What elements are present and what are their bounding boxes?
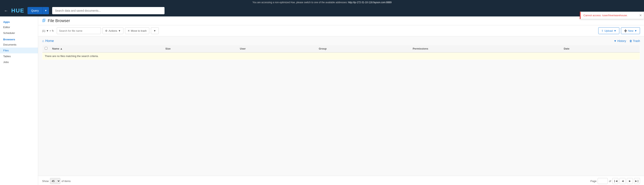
user-column-header: User bbox=[238, 45, 316, 52]
query-main-button[interactable]: Query bbox=[28, 7, 42, 14]
new-plus-icon: ➕ bbox=[624, 29, 627, 32]
filter-sort-icon: ▼ bbox=[46, 29, 49, 32]
banner-text: You are accessing a non-optimized Hue, p… bbox=[252, 1, 348, 4]
actions-gear-icon: ⚙ bbox=[105, 29, 108, 32]
sidebar-item-files-label: Files bbox=[3, 49, 9, 52]
query-button-group: Query ▼ bbox=[28, 7, 49, 14]
new-chevron-icon: ▼ bbox=[634, 29, 637, 32]
error-message: Cannot access: /user/hive/warehouse. bbox=[584, 14, 628, 17]
home-link[interactable]: ⌂ Home bbox=[42, 39, 54, 43]
next-page-button[interactable]: ▶ bbox=[627, 178, 633, 184]
permissions-col-label: Permissions bbox=[413, 47, 428, 50]
sidebar-item-tables-label: Tables bbox=[3, 55, 11, 58]
query-dropdown-button[interactable]: ▼ bbox=[42, 7, 49, 14]
sidebar-item-editor-label: Editor bbox=[3, 26, 10, 29]
toolbar: (1) ▼ + ↻ ⚙ Actions ▼ ✕ Move to trash ▼ … bbox=[38, 25, 644, 36]
new-button[interactable]: ➕ New ▼ bbox=[621, 27, 640, 34]
date-column-header: Date bbox=[561, 45, 640, 52]
sidebar-item-documents[interactable]: Documents bbox=[0, 42, 38, 48]
sidebar-item-tables[interactable]: Tables bbox=[0, 53, 38, 59]
size-column-header: Size bbox=[163, 45, 238, 52]
sidebar-item-editor[interactable]: Editor bbox=[0, 24, 38, 30]
home-label: Home bbox=[45, 39, 54, 43]
file-browser-header: 🗐 File Browser bbox=[38, 16, 644, 25]
group-col-label: Group bbox=[319, 47, 326, 50]
trash-label: Trash bbox=[633, 39, 640, 42]
pagination-bar: Show 45 15 30 100 of items Page of ❙◀ ◀ … bbox=[38, 176, 644, 185]
permissions-column-header: Permissions bbox=[410, 45, 561, 52]
sidebar-item-files[interactable]: Files bbox=[0, 48, 38, 53]
page-number-input[interactable] bbox=[598, 178, 608, 184]
page-label: Page bbox=[590, 180, 596, 182]
items-per-page-select[interactable]: 45 15 30 100 bbox=[50, 178, 60, 184]
table-body: There are no files matching the search c… bbox=[42, 52, 640, 60]
sidebar-item-scheduler[interactable]: Scheduler bbox=[0, 30, 38, 36]
date-col-label: Date bbox=[564, 47, 569, 50]
content-area: 🗐 File Browser (1) ▼ + ↻ ⚙ Actions ▼ ✕ M… bbox=[38, 16, 644, 185]
filter-refresh-icon: ↻ bbox=[52, 29, 54, 32]
sidebar-browsers-label: Browsers bbox=[0, 36, 38, 42]
prev-page-button[interactable]: ◀ bbox=[620, 178, 626, 184]
trash-button[interactable]: 🗑 Trash bbox=[629, 39, 640, 42]
upload-button[interactable]: ⇧ Upload ▼ bbox=[598, 27, 619, 34]
error-close-button[interactable]: ✕ bbox=[639, 14, 642, 17]
page-controls: Page of ❙◀ ◀ ▶ ▶❙ bbox=[590, 178, 640, 184]
of-label: of bbox=[609, 180, 611, 182]
upload-chevron-icon: ▼ bbox=[614, 29, 616, 32]
name-column-header[interactable]: Name ▲ bbox=[50, 45, 163, 52]
show-items-control: Show 45 15 30 100 of items bbox=[42, 178, 70, 184]
upload-label: Upload bbox=[604, 29, 613, 32]
history-chevron-icon: ▼ bbox=[614, 39, 616, 42]
last-page-button[interactable]: ▶❙ bbox=[634, 178, 640, 184]
filter-add-icon: + bbox=[50, 29, 51, 32]
no-results-message: There are no files matching the search c… bbox=[45, 54, 98, 58]
header-search-input[interactable] bbox=[52, 7, 164, 14]
move-to-trash-button[interactable]: ✕ Move to trash bbox=[125, 27, 149, 34]
no-results-cell: There are no files matching the search c… bbox=[42, 52, 640, 60]
home-icon: ⌂ bbox=[42, 39, 44, 43]
hue-logo: HUE bbox=[11, 8, 24, 14]
history-label: History bbox=[617, 39, 626, 42]
size-col-label: Size bbox=[165, 47, 170, 50]
move-to-trash-label: Move to trash bbox=[131, 29, 147, 32]
file-browser-body: ⌂ Home ▼ History 🗑 Trash bbox=[38, 36, 644, 176]
name-col-label: Name bbox=[52, 47, 59, 50]
trash-icon: 🗑 bbox=[629, 39, 632, 42]
of-items-label: of items bbox=[62, 180, 71, 182]
table-header: Name ▲ Size User Group Per bbox=[42, 45, 640, 52]
main-layout: Apps Editor Scheduler Browsers Documents… bbox=[0, 16, 644, 185]
select-all-header bbox=[42, 45, 50, 52]
sidebar: Apps Editor Scheduler Browsers Documents… bbox=[0, 16, 38, 185]
show-label: Show bbox=[42, 180, 49, 182]
top-banner: You are accessing a non-optimized Hue, p… bbox=[0, 0, 644, 5]
group-column-header: Group bbox=[316, 45, 410, 52]
file-browser-title: File Browser bbox=[48, 18, 70, 23]
new-label: New bbox=[628, 29, 633, 32]
sidebar-item-documents-label: Documents bbox=[3, 43, 16, 46]
more-options-button[interactable]: ▼ bbox=[151, 27, 159, 34]
error-notification: Cannot access: /user/hive/warehouse. ✕ bbox=[580, 12, 644, 19]
sort-icon: ▲ bbox=[60, 47, 62, 50]
first-page-button[interactable]: ❙◀ bbox=[612, 178, 618, 184]
actions-button[interactable]: ⚙ Actions ▼ bbox=[102, 27, 124, 34]
sidebar-apps-label: Apps bbox=[0, 18, 38, 24]
path-actions: ▼ History 🗑 Trash bbox=[614, 39, 640, 42]
file-table: Name ▲ Size User Group Per bbox=[42, 45, 640, 60]
search-input[interactable] bbox=[57, 27, 101, 34]
upload-icon: ⇧ bbox=[601, 29, 604, 32]
path-bar: ⌂ Home ▼ History 🗑 Trash bbox=[42, 36, 640, 45]
sidebar-item-jobs-label: Jobs bbox=[3, 60, 9, 64]
select-all-checkbox[interactable] bbox=[45, 47, 47, 50]
sidebar-item-jobs[interactable]: Jobs bbox=[0, 59, 38, 65]
actions-label: Actions bbox=[108, 29, 117, 32]
filter-info: (1) ▼ + ↻ bbox=[42, 29, 54, 32]
back-button[interactable]: ← bbox=[4, 8, 8, 13]
history-button[interactable]: ▼ History bbox=[614, 39, 626, 42]
banner-link[interactable]: http://ip-172-31-10-118.fayson.com:8889 bbox=[348, 1, 392, 4]
file-browser-icon: 🗐 bbox=[42, 19, 46, 23]
actions-chevron-icon: ▼ bbox=[118, 29, 121, 32]
no-results-row: There are no files matching the search c… bbox=[42, 52, 640, 60]
header-bar: ← HUE Query ▼ bbox=[0, 5, 644, 16]
trash-x-icon: ✕ bbox=[128, 29, 130, 32]
sidebar-item-scheduler-label: Scheduler bbox=[3, 32, 15, 34]
